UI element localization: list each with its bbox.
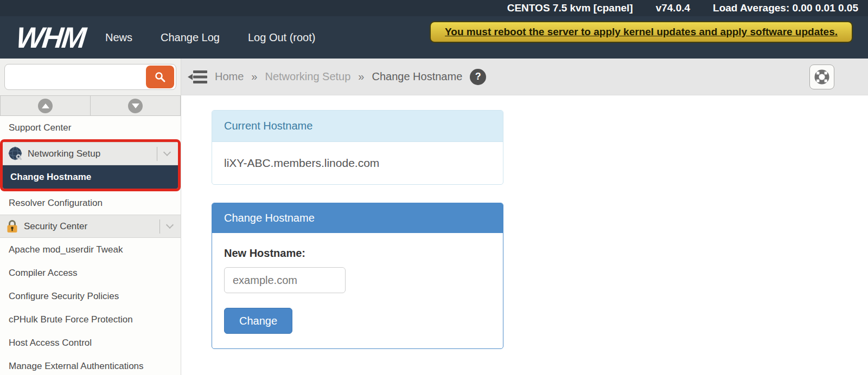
sidebar-item-cphulk-brute-force-protection[interactable]: cPHulk Brute Force Protection bbox=[0, 308, 181, 331]
whm-logo[interactable]: WHM bbox=[15, 23, 86, 52]
change-hostname-panel-title: Change Hostname bbox=[212, 203, 503, 233]
current-hostname-panel: Current Hostname liXY-ABC.members.linode… bbox=[212, 110, 503, 185]
breadcrumb-separator: » bbox=[251, 70, 257, 83]
page-content: Current Hostname liXY-ABC.members.linode… bbox=[181, 95, 868, 349]
sidebar-item-configure-security-policies[interactable]: Configure Security Policies bbox=[0, 285, 181, 308]
current-hostname-panel-title: Current Hostname bbox=[212, 111, 503, 142]
nav-item-log-out[interactable]: Log Out (root) bbox=[248, 31, 316, 44]
sidebar-group-networking-setup[interactable]: Networking Setup bbox=[3, 142, 178, 165]
search-icon bbox=[154, 71, 166, 83]
collapse-menu-icon bbox=[188, 70, 207, 84]
sidebar-menu: Support Center Networking Setup bbox=[0, 116, 181, 375]
globe-icon bbox=[8, 146, 23, 161]
collapse-sidebar-button[interactable] bbox=[188, 70, 207, 84]
sidebar-item-resolver-configuration[interactable]: Resolver Configuration bbox=[0, 191, 181, 215]
sidebar-item-apache-mod-userdir-tweak[interactable]: Apache mod_userdir Tweak bbox=[0, 238, 181, 261]
breadcrumb-separator: » bbox=[358, 70, 364, 83]
scroll-down-button[interactable] bbox=[91, 95, 181, 116]
breadcrumb-networking-setup[interactable]: Networking Setup bbox=[265, 70, 350, 83]
down-arrow-icon bbox=[128, 99, 143, 113]
reboot-alert-banner[interactable]: You must reboot the server to apply kern… bbox=[430, 21, 853, 43]
chevron-down-icon bbox=[166, 221, 174, 229]
lock-icon bbox=[5, 219, 19, 234]
sidebar-item-change-hostname[interactable]: Change Hostname bbox=[3, 165, 178, 189]
sidebar-search-area bbox=[0, 59, 181, 95]
system-info-bar: CENTOS 7.5 kvm [cpanel] v74.0.4 Load Ave… bbox=[0, 0, 868, 16]
system-os-label: CENTOS 7.5 kvm [cpanel] bbox=[507, 2, 633, 14]
new-hostname-input[interactable] bbox=[224, 267, 346, 293]
support-button[interactable] bbox=[809, 64, 834, 89]
scroll-up-button[interactable] bbox=[0, 95, 91, 116]
change-hostname-panel: Change Hostname New Hostname: Change bbox=[212, 203, 503, 349]
chevron-down-icon bbox=[163, 148, 171, 156]
sidebar-item-support-center[interactable]: Support Center bbox=[0, 116, 181, 139]
up-arrow-icon bbox=[38, 99, 53, 113]
change-button[interactable]: Change bbox=[224, 308, 292, 334]
sidebar-item-compiler-access[interactable]: Compiler Access bbox=[0, 261, 181, 285]
load-averages-label: Load Averages: 0.00 0.01 0.05 bbox=[713, 2, 858, 14]
breadcrumb-current-page: Change Hostname bbox=[372, 70, 462, 83]
breadcrumb: Home » Networking Setup » Change Hostnam… bbox=[181, 59, 868, 95]
search-box bbox=[4, 64, 176, 90]
current-hostname-value: liXY-ABC.members.linode.com bbox=[212, 142, 503, 184]
divider bbox=[159, 219, 160, 234]
group-toggle[interactable] bbox=[159, 219, 181, 234]
sidebar-group-label: Networking Setup bbox=[28, 148, 100, 159]
sidebar-group-label: Security Center bbox=[24, 221, 87, 232]
sidebar-item-host-access-control[interactable]: Host Access Control bbox=[0, 331, 181, 354]
nav-item-change-log[interactable]: Change Log bbox=[161, 31, 220, 44]
sidebar-item-manage-external-authentications[interactable]: Manage External Authentications bbox=[0, 354, 181, 375]
group-toggle[interactable] bbox=[157, 147, 178, 161]
help-icon[interactable]: ? bbox=[470, 69, 486, 85]
main-content-area: Home » Networking Setup » Change Hostnam… bbox=[181, 59, 868, 375]
divider bbox=[157, 147, 157, 161]
new-hostname-label: New Hostname: bbox=[224, 247, 305, 259]
search-button[interactable] bbox=[146, 66, 174, 88]
change-hostname-form: New Hostname: Change bbox=[212, 233, 503, 348]
annotation-highlight-box: Networking Setup Change Hostname bbox=[0, 139, 181, 191]
sidebar-scroll-controls bbox=[0, 95, 181, 116]
sidebar: Support Center Networking Setup bbox=[0, 59, 181, 375]
sidebar-group-security-center[interactable]: Security Center bbox=[0, 215, 181, 238]
nav-links: News Change Log Log Out (root) bbox=[105, 31, 316, 44]
search-input[interactable] bbox=[5, 71, 146, 83]
breadcrumb-home[interactable]: Home bbox=[215, 70, 244, 83]
nav-item-news[interactable]: News bbox=[105, 31, 132, 44]
whm-version-label: v74.0.4 bbox=[656, 2, 690, 14]
life-ring-icon bbox=[813, 68, 831, 86]
main-navbar: WHM News Change Log Log Out (root) You m… bbox=[0, 16, 868, 59]
